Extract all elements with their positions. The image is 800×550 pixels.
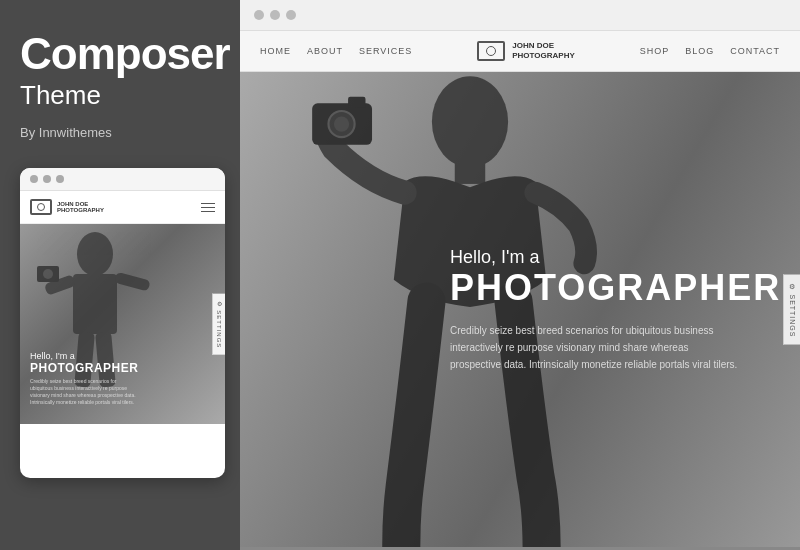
hero-title: PHOTOGRAPHER — [450, 270, 770, 306]
hero-hello: Hello, I'm a — [450, 247, 770, 268]
mobile-browser-bar — [20, 168, 225, 191]
mobile-hero-text: Hello, I'm a PHOTOGRAPHER Credibly seize… — [30, 351, 140, 406]
desktop-dot-3 — [286, 10, 296, 20]
desktop-nav-blog[interactable]: BLOG — [685, 46, 714, 56]
svg-rect-1 — [73, 274, 117, 334]
mobile-dot-3 — [56, 175, 64, 183]
hero-content: Hello, I'm a PHOTOGRAPHER Credibly seize… — [450, 247, 770, 373]
mobile-dot-2 — [43, 175, 51, 183]
desktop-hero: Hello, I'm a PHOTOGRAPHER Credibly seize… — [240, 72, 800, 547]
mobile-preview: JOHN DOE PHOTOGRAPHY — [20, 168, 225, 478]
desktop-nav-contact[interactable]: CONTACT — [730, 46, 780, 56]
desktop-browser-bar — [240, 0, 800, 31]
desktop-nav-right-links: SHOP BLOG CONTACT — [640, 46, 780, 56]
svg-rect-9 — [455, 162, 485, 184]
desktop-nav-services[interactable]: SERVICES — [359, 46, 412, 56]
svg-rect-13 — [348, 97, 365, 108]
theme-author: By Innwithemes — [20, 125, 220, 140]
desktop-preview: HOME ABOUT SERVICES JOHN DOE PHOTOGRAPHY… — [240, 0, 800, 550]
desktop-logo-icon — [477, 41, 505, 61]
mobile-hamburger-icon[interactable] — [201, 203, 215, 213]
svg-point-5 — [43, 269, 53, 279]
hero-description: Credibly seize best breed scenarios for … — [450, 322, 740, 373]
desktop-dot-2 — [270, 10, 280, 20]
mobile-hero: Hello, I'm a PHOTOGRAPHER Credibly seize… — [20, 224, 225, 424]
svg-point-0 — [77, 232, 113, 276]
svg-point-12 — [334, 116, 349, 131]
desktop-nav: HOME ABOUT SERVICES JOHN DOE PHOTOGRAPHY… — [240, 31, 800, 72]
mobile-settings-tab[interactable]: ⚙ SETTINGS — [212, 294, 225, 355]
desktop-logo-text: JOHN DOE PHOTOGRAPHY — [512, 41, 575, 60]
left-panel: Composer Theme By Innwithemes JOHN DOE P… — [0, 0, 240, 550]
mobile-hero-bg: Hello, I'm a PHOTOGRAPHER Credibly seize… — [20, 224, 225, 424]
desktop-nav-left-links: HOME ABOUT SERVICES — [260, 46, 412, 56]
mobile-logo: JOHN DOE PHOTOGRAPHY — [30, 199, 104, 215]
mobile-logo-text: JOHN DOE PHOTOGRAPHY — [57, 201, 104, 214]
mobile-nav: JOHN DOE PHOTOGRAPHY — [20, 191, 225, 224]
theme-title: Composer Theme — [20, 30, 220, 125]
desktop-nav-shop[interactable]: SHOP — [640, 46, 670, 56]
svg-point-8 — [432, 76, 508, 167]
desktop-settings-tab[interactable]: ⚙ SETTINGS — [783, 274, 800, 345]
desktop-nav-logo: JOHN DOE PHOTOGRAPHY — [477, 41, 575, 61]
right-panel: HOME ABOUT SERVICES JOHN DOE PHOTOGRAPHY… — [240, 0, 800, 550]
desktop-nav-about[interactable]: ABOUT — [307, 46, 343, 56]
mobile-dot-1 — [30, 175, 38, 183]
desktop-nav-home[interactable]: HOME — [260, 46, 291, 56]
mobile-logo-icon — [30, 199, 52, 215]
desktop-dot-1 — [254, 10, 264, 20]
svg-rect-3 — [114, 272, 151, 292]
